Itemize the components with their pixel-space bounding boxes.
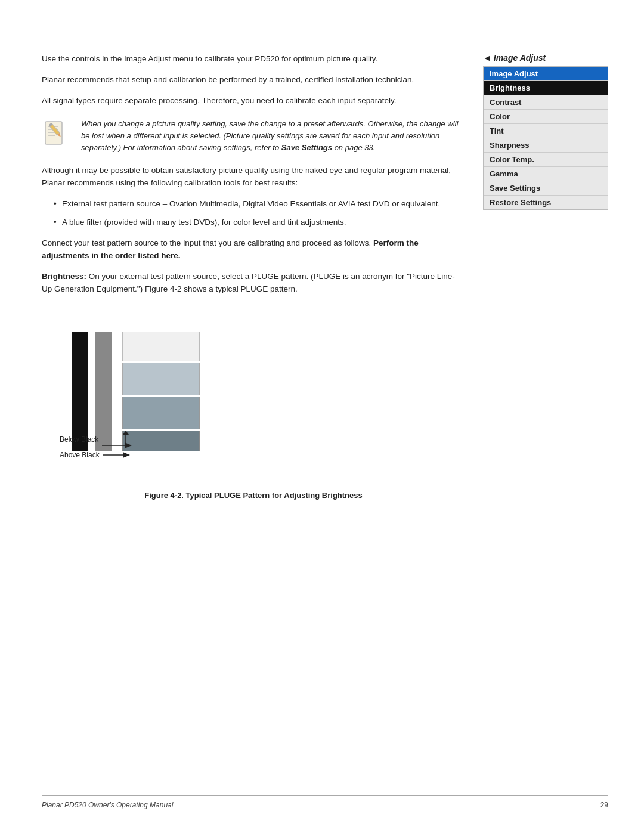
bullet-list: External test pattern source – Ovation M… xyxy=(54,198,465,229)
figure-caption: Figure 4-2. Typical PLUGE Pattern for Ad… xyxy=(42,490,465,501)
para4: Although it may be possible to obtain sa… xyxy=(42,165,465,190)
sidebar: ◄ Image Adjust Image Adjust Brightness C… xyxy=(483,53,608,510)
intro-para1: Use the controls in the Image Adjust men… xyxy=(42,53,465,66)
sidebar-item-save-settings[interactable]: Save Settings xyxy=(484,181,608,196)
page: Use the controls in the Image Adjust men… xyxy=(0,0,644,833)
above-black-arrow xyxy=(103,451,130,459)
sidebar-item-contrast[interactable]: Contrast xyxy=(484,95,608,110)
note-text-normal: When you change a picture quality settin… xyxy=(81,119,458,152)
brightness-text: On your external test pattern source, se… xyxy=(42,272,455,293)
below-black-label: Below Black xyxy=(60,435,98,444)
sidebar-item-restore-settings[interactable]: Restore Settings xyxy=(484,196,608,209)
above-black-label: Above Black xyxy=(60,451,100,459)
below-black-arrow xyxy=(102,431,138,448)
para5-start: Connect your test pattern source to the … xyxy=(42,239,373,247)
sidebar-arrow-icon: ◄ xyxy=(483,53,491,63)
note-box: When you change a picture quality settin… xyxy=(42,118,465,154)
note-text-after: on page 33. xyxy=(332,143,375,152)
sidebar-item-brightness[interactable]: Brightness xyxy=(484,81,608,95)
sidebar-item-tint[interactable]: Tint xyxy=(484,124,608,138)
intro-para2: Planar recommends that setup and calibra… xyxy=(42,74,465,86)
note-text: When you change a picture quality settin… xyxy=(81,118,465,154)
above-black-group: Above Black xyxy=(60,451,130,459)
rect-midgray xyxy=(122,397,200,429)
sidebar-menu: Image Adjust Brightness Contrast Color T… xyxy=(483,66,608,210)
note-icon-container xyxy=(42,119,73,150)
list-item: A blue filter (provided with many test D… xyxy=(54,216,465,229)
rect-lightgray xyxy=(122,363,200,395)
sidebar-item-gamma[interactable]: Gamma xyxy=(484,167,608,181)
footer-page-number: 29 xyxy=(600,801,608,809)
sidebar-item-sharpness[interactable]: Sharpness xyxy=(484,138,608,153)
list-item: External test pattern source – Ovation M… xyxy=(54,198,465,210)
top-rule xyxy=(42,36,608,36)
intro-para3: All signal types require separate proces… xyxy=(42,95,465,107)
footer-manual-title: Planar PD520 Owner's Operating Manual xyxy=(42,801,173,809)
sidebar-header: ◄ Image Adjust xyxy=(483,53,608,63)
sidebar-item-color-temp[interactable]: Color Temp. xyxy=(484,153,608,167)
rect-white xyxy=(122,332,200,361)
sidebar-item-image-adjust[interactable]: Image Adjust xyxy=(484,67,608,81)
para5: Connect your test pattern source to the … xyxy=(42,237,465,262)
brightness-para: Brightness: On your external test patter… xyxy=(42,271,465,296)
sidebar-item-color[interactable]: Color xyxy=(484,110,608,124)
note-pencil-icon xyxy=(42,119,70,148)
svg-marker-13 xyxy=(123,452,130,458)
sidebar-header-label: Image Adjust xyxy=(494,53,546,63)
pluge-diagram: Below Black Above Black xyxy=(60,314,262,481)
note-text-bold: Save Settings xyxy=(281,143,332,152)
footer: Planar PD520 Owner's Operating Manual 29 xyxy=(42,795,608,809)
below-black-group: Below Black xyxy=(60,431,138,448)
svg-marker-11 xyxy=(123,431,129,435)
main-content: Use the controls in the Image Adjust men… xyxy=(42,53,465,510)
brightness-label: Brightness: xyxy=(42,272,86,281)
content-area: Use the controls in the Image Adjust men… xyxy=(42,53,608,510)
